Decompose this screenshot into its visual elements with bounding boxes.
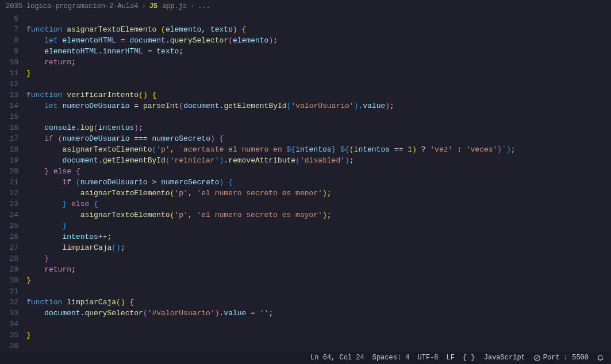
code-line[interactable]: } <box>26 253 611 264</box>
line-number-gutter: 6789101112131415161718192021222324252627… <box>0 13 26 352</box>
chevron-right-icon: › <box>141 1 145 12</box>
code-line[interactable]: } <box>26 330 611 340</box>
code-line[interactable]: } <box>26 220 611 231</box>
code-line[interactable]: return; <box>26 264 611 275</box>
no-entry-icon <box>533 354 541 362</box>
code-line[interactable] <box>26 111 611 122</box>
status-cursor-position[interactable]: Ln 64, Col 24 <box>310 353 364 363</box>
svg-line-1 <box>535 356 539 360</box>
code-line[interactable] <box>26 13 611 24</box>
code-line[interactable]: document.querySelector('#valorUsuario').… <box>26 308 611 319</box>
breadcrumb[interactable]: 2035-logica-programacion-2-Aula4 › JS ap… <box>0 0 611 13</box>
breadcrumb-folder[interactable]: 2035-logica-programacion-2-Aula4 <box>6 1 138 12</box>
breadcrumb-more[interactable]: ... <box>198 1 210 12</box>
code-line[interactable]: let numeroDeUsuario = parseInt(document.… <box>26 100 611 111</box>
code-line[interactable]: elementoHTML.innerHTML = texto; <box>26 46 611 57</box>
code-content[interactable]: function asignarTextoElemento (elemento,… <box>26 13 611 352</box>
code-line[interactable]: limpiarCaja(); <box>26 242 611 253</box>
bell-icon[interactable] <box>597 354 604 362</box>
code-line[interactable]: asignarTextoElemento('p', `acertaste el … <box>26 144 611 155</box>
code-line[interactable] <box>26 79 611 90</box>
code-line[interactable]: return; <box>26 57 611 68</box>
code-line[interactable]: asignarTextoElemento('p', 'el numero sec… <box>26 210 611 220</box>
code-line[interactable]: intentos++; <box>26 231 611 242</box>
code-line[interactable]: if (numeroDeUsuario > numeroSecreto) { <box>26 177 611 188</box>
status-encoding[interactable]: UTF-8 <box>418 353 439 363</box>
code-line[interactable]: } else { <box>26 199 611 210</box>
code-line[interactable]: } else { <box>26 166 611 177</box>
chevron-right-icon: › <box>190 1 194 12</box>
status-indentation[interactable]: Spaces: 4 <box>372 353 410 363</box>
code-line[interactable]: function asignarTextoElemento (elemento,… <box>26 24 611 35</box>
code-line[interactable]: function verificarIntento() { <box>26 90 611 100</box>
status-live-server[interactable]: Port : 5500 <box>533 353 589 363</box>
code-line[interactable]: function limpiarCaja() { <box>26 297 611 308</box>
code-line[interactable] <box>26 319 611 330</box>
code-line[interactable]: let elementoHTML = document.querySelecto… <box>26 35 611 46</box>
status-eol[interactable]: LF <box>447 353 455 363</box>
braces-icon: { } <box>463 353 475 363</box>
code-line[interactable] <box>26 340 611 351</box>
js-file-icon: JS <box>149 1 157 12</box>
code-editor[interactable]: 6789101112131415161718192021222324252627… <box>0 13 611 352</box>
code-line[interactable]: asignarTextoElemento('p', 'el numero sec… <box>26 188 611 199</box>
breadcrumb-file[interactable]: app.js <box>162 1 187 12</box>
code-line[interactable]: console.log(intentos); <box>26 122 611 133</box>
status-bar: Ln 64, Col 24 Spaces: 4 UTF-8 LF { } Jav… <box>0 351 611 364</box>
status-language[interactable]: { } JavaScript <box>463 353 525 363</box>
code-line[interactable]: document.getElementById('reiniciar').rem… <box>26 155 611 166</box>
code-line[interactable] <box>26 286 611 297</box>
code-line[interactable]: } <box>26 275 611 286</box>
code-line[interactable]: } <box>26 68 611 79</box>
code-line[interactable]: if (numeroDeUsuario === numeroSecreto) { <box>26 133 611 144</box>
